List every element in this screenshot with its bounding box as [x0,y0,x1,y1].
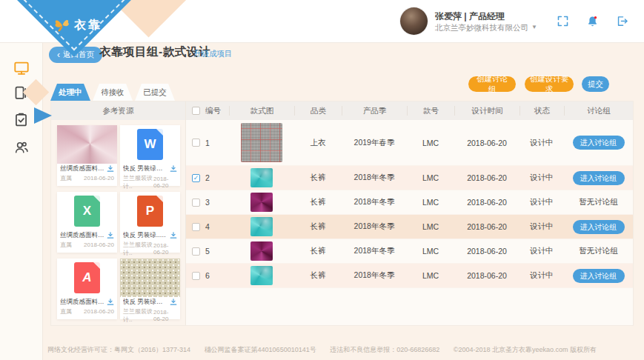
cell-style-no: LMC [407,173,454,182]
tab-pending[interactable]: 待接收 [93,84,133,101]
style-swatch[interactable] [250,266,273,285]
download-icon[interactable] [107,232,114,239]
screen: 衣靠 张爱萍 | 产品经理 北京兰亭妙微科技有限公司 ▼ [0,0,644,360]
table-header: 编号 款式图 品类 产品季 款号 设计时间 状态 讨论组 [186,101,633,120]
file-date: 2018-06-20 [153,242,177,256]
table-row[interactable]: 3 长裤 2018年冬季 LMC 2018-06-20 设计中 暂无讨论组 [186,190,633,215]
row-number: 4 [205,222,210,231]
row-checkbox[interactable] [192,223,200,231]
sidebar-item-contacts[interactable] [13,139,30,156]
file-date: 2018-06-20 [153,309,177,322]
table-row[interactable]: 5 长裤 2018年冬季 LMC 2018-06-20 设计中 暂无讨论组 [186,239,633,264]
style-swatch[interactable] [250,168,273,187]
file-type-icon: P [137,196,163,227]
style-swatch[interactable] [250,193,273,212]
cell-style-no: LMC [407,247,454,256]
cell-season: 2019年春季 [342,138,407,148]
th-number: 编号 [205,106,221,116]
file-date: 2018-06-20 [153,176,177,189]
cell-status: 设计中 [519,221,564,232]
notification-bell-icon[interactable] [577,15,607,27]
table-row[interactable]: 6 长裤 2018年冬季 LMC 2018-06-20 设计中 进入讨论组 [186,264,633,288]
row-checkbox[interactable] [192,199,200,207]
file-name: 丝绸质感面料.PDF [60,298,104,307]
file-card[interactable]: W 快反 男装绿毛...doc 兰兰服装设计.. 2018-06-20 [120,125,180,186]
create-design-request-button[interactable]: 创建设计要求 [525,76,574,92]
file-card[interactable]: 丝绸质感面料.JPG 直属 2018-06-20 [57,125,117,186]
cell-season: 2018年冬季 [342,246,407,256]
cell-group: 进入讨论组 [564,220,633,234]
logout-icon[interactable] [607,15,637,27]
company-selector[interactable]: 北京兰亭妙微科技有限公司 ▼ [435,22,548,33]
user-name: 张爱萍 | 产品经理 [435,10,548,22]
back-chevron-icon: ‹ [57,51,60,59]
cell-category: 长裤 [294,246,342,256]
row-checkbox[interactable] [192,139,200,147]
row-checkbox[interactable] [192,272,200,280]
table-body: 1 上衣 2019年春季 LMC 2018-06-20 设计中 进入讨论组 ✓ … [186,120,633,325]
cell-category: 长裤 [294,270,342,281]
cell-status: 设计中 [519,246,564,256]
file-owner: 直属 [60,307,72,316]
sidebar-active-marker[interactable] [34,107,52,124]
cell-design-date: 2018-06-20 [454,271,519,280]
row-checkbox[interactable] [192,247,200,256]
style-swatch[interactable] [250,217,273,236]
footer-report: 违法和不良信息举报：020-66826682 [330,346,439,353]
avatar[interactable] [400,7,428,35]
cell-design-date: 2018-06-20 [454,198,519,207]
upgrade-project-link[interactable]: 升级成项目 [193,49,233,59]
cell-design-date: 2018-06-20 [454,173,519,182]
row-number: 1 [205,139,210,147]
table-row[interactable]: ✓ 2 长裤 2018年冬季 LMC 2018-06-20 设计中 进入讨论组 [186,166,633,190]
tab-processing[interactable]: 处理中 [50,84,90,101]
row-checkbox[interactable]: ✓ [192,174,200,182]
user-info: 张爱萍 | 产品经理 北京兰亭妙微科技有限公司 ▼ [435,10,548,33]
sidebar-item-dashboard[interactable] [13,60,30,76]
enter-group-button[interactable]: 进入讨论组 [573,269,625,283]
file-card[interactable]: A 丝绸质感面料.PDF 直属 2018-06-20 [57,259,117,319]
sidebar-item-tasks[interactable] [13,112,30,128]
table-row[interactable]: 4 长裤 2018年冬季 LMC 2018-06-20 设计中 进入讨论组 [186,215,633,239]
file-thumb [120,259,180,297]
download-icon[interactable] [170,299,177,306]
user-area: 张爱萍 | 产品经理 北京兰亭妙微科技有限公司 ▼ [400,0,637,42]
file-owner: 直属 [60,174,72,182]
fullscreen-icon[interactable] [548,15,577,27]
file-date: 2018-06-20 [84,308,114,315]
file-card[interactable]: P 快反 男装绿...PPTX 兰兰服装设计.. 2018-06-20 [120,192,180,253]
create-discussion-group-button[interactable]: 创建讨论组 [468,76,516,92]
row-number: 5 [205,247,210,256]
style-swatch[interactable] [250,241,273,261]
cell-style-no: LMC [407,139,454,147]
cell-status: 设计中 [519,270,564,281]
th-style-no: 款号 [407,106,454,116]
cell-group: 暂无讨论组 [564,246,633,256]
download-icon[interactable] [107,165,114,173]
download-icon[interactable] [170,165,177,173]
file-card[interactable]: 快反 男装绿毛...JPG 兰兰服装设计.. 2018-06-20 [120,259,180,319]
monitor-icon [13,60,30,76]
enter-group-button[interactable]: 进入讨论组 [573,136,625,150]
table-row[interactable]: 1 上衣 2019年春季 LMC 2018-06-20 设计中 进入讨论组 [186,120,633,166]
cell-season: 2018年冬季 [342,173,407,183]
submit-button[interactable]: 提交 [582,76,609,92]
logo[interactable]: 衣靠 [53,16,102,34]
select-all-checkbox[interactable] [192,107,200,115]
cell-design-date: 2018-06-20 [454,247,519,256]
download-icon[interactable] [107,299,114,306]
tab-submitted[interactable]: 已提交 [135,84,175,101]
file-card[interactable]: X 丝绸质感面料.xsl 直属 2018-06-20 [57,192,117,253]
enter-group-button[interactable]: 进入讨论组 [573,220,625,234]
row-number: 3 [205,198,210,207]
cell-group: 进入讨论组 [564,136,633,150]
download-icon[interactable] [170,232,177,239]
style-swatch[interactable] [241,123,282,162]
enter-group-button[interactable]: 进入讨论组 [573,171,625,185]
file-type-icon: X [74,196,100,227]
clipboard-check-icon [13,112,29,127]
cell-category: 上衣 [294,138,342,148]
th-category: 品类 [294,106,342,116]
tab-bar: 处理中 待接收 已提交 [50,84,177,101]
file-name: 丝绸质感面料.xsl [60,231,104,240]
